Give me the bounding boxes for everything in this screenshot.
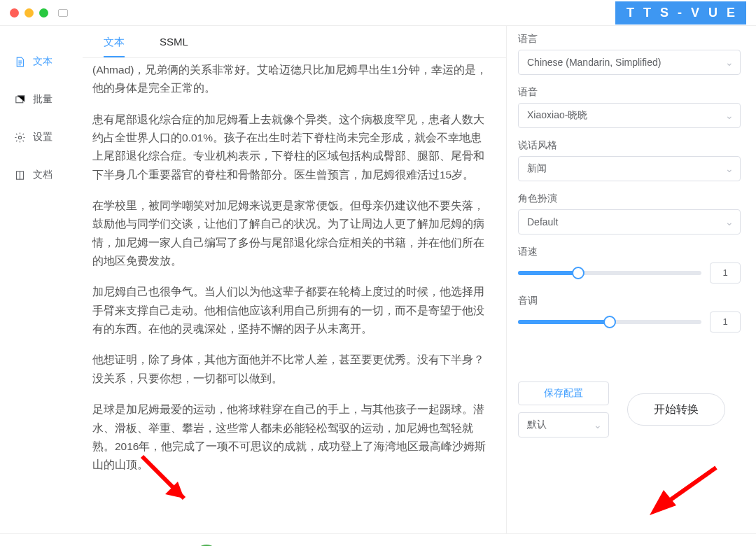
sidebar-item-label: 文档 — [33, 169, 52, 181]
voice-value: Xiaoxiao-晓晓 — [527, 109, 587, 122]
book-icon — [14, 169, 26, 181]
editor-paragraph: 患有尾部退化综合症的加尼姆看上去就像个异类。这个病极度罕见，患者人数大约占全世界… — [92, 111, 489, 184]
pitch-slider[interactable] — [518, 320, 701, 324]
config-select[interactable]: 默认 ⌄ — [518, 412, 609, 438]
style-label: 说话风格 — [518, 139, 741, 152]
window-close-dot[interactable] — [10, 8, 19, 18]
style-value: 新闻 — [527, 162, 547, 175]
chevron-down-icon: ⌄ — [725, 110, 734, 121]
sidebar-item-docs[interactable]: 文档 — [0, 156, 83, 194]
chevron-down-icon: ⌄ — [725, 163, 734, 174]
tab-ssml[interactable]: SSML — [160, 31, 188, 57]
role-value: Default — [527, 216, 558, 227]
editor-paragraph: 加尼姆自己也很争气。当人们以为他这辈子都要在轮椅上度过的时候，他选择用手臂来支撑… — [92, 283, 489, 338]
gear-icon — [14, 132, 26, 144]
settings-panel: 语言 Chinese (Mandarin, Simplified) ⌄ 语音 X… — [517, 26, 756, 533]
role-select[interactable]: Default ⌄ — [518, 209, 741, 234]
voice-select[interactable]: Xiaoxiao-晓晓 ⌄ — [518, 103, 741, 128]
sidebar: 文本 批量 设置 文档 — [0, 25, 83, 533]
style-select[interactable]: 新闻 ⌄ — [518, 156, 741, 181]
pitch-label: 音调 — [518, 295, 741, 307]
sidebar-item-text[interactable]: 文本 — [0, 43, 83, 80]
sidebar-item-label: 批量 — [33, 93, 52, 106]
chevron-down-icon: ⌄ — [725, 57, 734, 68]
speed-value[interactable]: 1 — [710, 262, 741, 284]
sidebar-item-batch[interactable]: 批量 — [0, 80, 83, 118]
sidebar-item-settings[interactable]: 设置 — [0, 118, 83, 156]
slider-thumb[interactable] — [572, 267, 584, 279]
text-editor[interactable]: (Ahmad)，兄弟俩的关系非常好。艾哈迈德只比加尼姆早出生1分钟，幸运的是，他… — [83, 58, 506, 533]
editor-tabs: 文本 SSML — [83, 26, 506, 58]
editor-paragraph: 他想证明，除了身体，其他方面他并不比常人差，甚至要更优秀。没有下半身？没关系，只… — [92, 351, 489, 388]
language-value: Chinese (Mandarin, Simplified) — [527, 57, 661, 68]
role-label: 角色扮演 — [518, 192, 741, 205]
chevron-down-icon: ⌄ — [594, 419, 602, 430]
editor-paragraph: (Ahmad)，兄弟俩的关系非常好。艾哈迈德只比加尼姆早出生1分钟，幸运的是，他… — [92, 61, 489, 98]
svg-point-1 — [18, 136, 21, 139]
slider-thumb[interactable] — [603, 316, 616, 328]
speed-slider[interactable] — [518, 271, 701, 275]
sidebar-item-label: 文本 — [33, 55, 52, 68]
audio-player: 3:20 / 3:20 — [0, 533, 756, 546]
app-logo: T T S - V U E — [615, 1, 746, 24]
pitch-value[interactable]: 1 — [710, 312, 741, 332]
chevron-down-icon: ⌄ — [725, 216, 734, 227]
tab-text[interactable]: 文本 — [104, 31, 125, 57]
editor-paragraph: 在学校里，被同学嘲笑对加尼姆来说更是家常便饭。但母亲仍建议他不要失落，鼓励他与同… — [92, 197, 489, 270]
stack-icon — [14, 94, 26, 106]
window-minimize-dot[interactable] — [24, 8, 34, 18]
window-zoom-dot[interactable] — [39, 8, 48, 18]
start-convert-button[interactable]: 开始转换 — [627, 393, 725, 426]
config-value: 默认 — [527, 419, 547, 431]
document-icon — [14, 56, 26, 68]
window-restore-icon[interactable] — [58, 9, 68, 17]
language-label: 语言 — [518, 33, 741, 46]
save-config-button[interactable]: 保存配置 — [518, 382, 609, 405]
language-select[interactable]: Chinese (Mandarin, Simplified) ⌄ — [518, 50, 741, 75]
voice-label: 语音 — [518, 86, 741, 99]
editor-paragraph: 足球是加尼姆最爱的运动，他将球鞋穿在自己的手上，与其他孩子一起踢球。潜水、滑板、… — [92, 400, 489, 474]
sidebar-item-label: 设置 — [33, 131, 52, 144]
speed-label: 语速 — [518, 246, 741, 258]
